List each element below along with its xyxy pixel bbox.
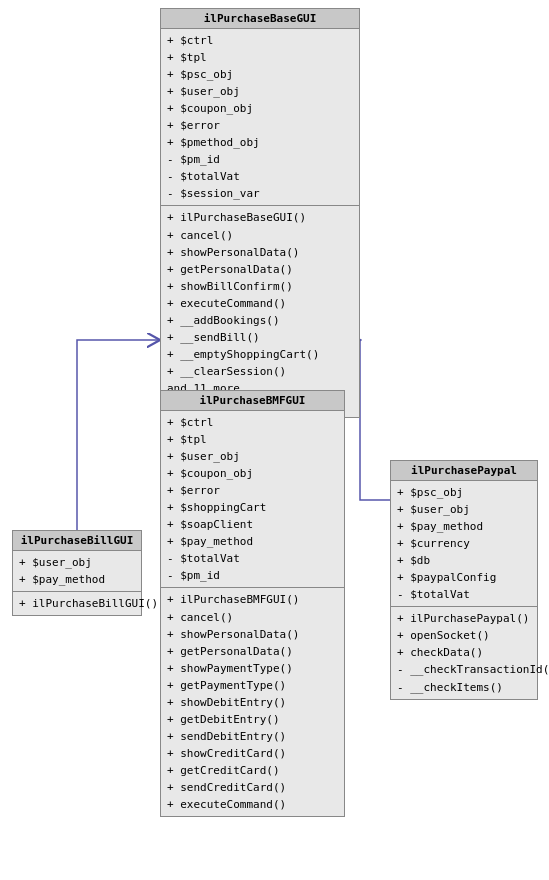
method-row: - __checkTransactionId() — [397, 661, 531, 678]
attr-row: + $psc_obj — [397, 484, 531, 501]
method-row: + cancel() — [167, 227, 353, 244]
method-row: + sendCreditCard() — [167, 779, 338, 796]
header-ilPurchaseBMFGUI: ilPurchaseBMFGUI — [161, 391, 344, 411]
attr-row: + $currency — [397, 535, 531, 552]
method-row: + getPersonalData() — [167, 643, 338, 660]
method-row: + ilPurchaseBaseGUI() — [167, 209, 353, 226]
method-row: + __sendBill() — [167, 329, 353, 346]
attr-row: + $tpl — [167, 431, 338, 448]
attr-row: + $pmethod_obj — [167, 134, 353, 151]
attr-row: + $db — [397, 552, 531, 569]
method-row: + showDebitEntry() — [167, 694, 338, 711]
attr-row: - $pm_id — [167, 567, 338, 584]
attr-row: - $totalVat — [167, 550, 338, 567]
header-ilPurchaseBillGUI: ilPurchaseBillGUI — [13, 531, 141, 551]
method-row: + checkData() — [397, 644, 531, 661]
attr-row: - $totalVat — [167, 168, 353, 185]
attr-row: - $totalVat — [397, 586, 531, 603]
box-ilPurchaseBillGUI: ilPurchaseBillGUI + $user_obj + $pay_met… — [12, 530, 142, 616]
header-ilPurchaseBaseGUI: ilPurchaseBaseGUI — [161, 9, 359, 29]
attributes-ilPurchaseBillGUI: + $user_obj + $pay_method — [13, 551, 141, 592]
attr-row: + $coupon_obj — [167, 465, 338, 482]
attr-row: + $user_obj — [167, 83, 353, 100]
method-row: + showBillConfirm() — [167, 278, 353, 295]
method-row: + showPersonalData() — [167, 244, 353, 261]
method-row: + getPersonalData() — [167, 261, 353, 278]
methods-ilPurchaseBillGUI: + ilPurchaseBillGUI() — [13, 592, 141, 615]
box-ilPurchaseBaseGUI: ilPurchaseBaseGUI + $ctrl + $tpl + $psc_… — [160, 8, 360, 418]
diagram-container: ilPurchaseBaseGUI + $ctrl + $tpl + $psc_… — [0, 0, 549, 880]
attributes-ilPurchaseBaseGUI: + $ctrl + $tpl + $psc_obj + $user_obj + … — [161, 29, 359, 206]
attr-row: + $user_obj — [19, 554, 135, 571]
method-row: + ilPurchaseBillGUI() — [19, 595, 135, 612]
attr-row: + $user_obj — [397, 501, 531, 518]
attr-row: + $ctrl — [167, 414, 338, 431]
attr-row: + $pay_method — [19, 571, 135, 588]
method-row: + showPaymentType() — [167, 660, 338, 677]
methods-ilPurchaseBMFGUI: + ilPurchaseBMFGUI() + cancel() + showPe… — [161, 588, 344, 816]
attr-row: + $pay_method — [167, 533, 338, 550]
attr-row: + $ctrl — [167, 32, 353, 49]
method-row: + openSocket() — [397, 627, 531, 644]
method-row: + getCreditCard() — [167, 762, 338, 779]
attr-row: + $soapClient — [167, 516, 338, 533]
attr-row: - $session_var — [167, 185, 353, 202]
box-ilPurchaseBMFGUI: ilPurchaseBMFGUI + $ctrl + $tpl + $user_… — [160, 390, 345, 817]
attributes-ilPurchaseBMFGUI: + $ctrl + $tpl + $user_obj + $coupon_obj… — [161, 411, 344, 588]
method-row: + showPersonalData() — [167, 626, 338, 643]
method-row: + __clearSession() — [167, 363, 353, 380]
attributes-ilPurchasePaypal: + $psc_obj + $user_obj + $pay_method + $… — [391, 481, 537, 607]
attr-row: + $coupon_obj — [167, 100, 353, 117]
method-row: + showCreditCard() — [167, 745, 338, 762]
method-row: + executeCommand() — [167, 295, 353, 312]
method-row: + getDebitEntry() — [167, 711, 338, 728]
method-row: + ilPurchasePaypal() — [397, 610, 531, 627]
method-row: - __checkItems() — [397, 679, 531, 696]
attr-row: + $shoppingCart — [167, 499, 338, 516]
method-row: + sendDebitEntry() — [167, 728, 338, 745]
method-row: + __emptyShoppingCart() — [167, 346, 353, 363]
method-row: + cancel() — [167, 609, 338, 626]
box-ilPurchasePaypal: ilPurchasePaypal + $psc_obj + $user_obj … — [390, 460, 538, 700]
method-row: + getPaymentType() — [167, 677, 338, 694]
attr-row: + $tpl — [167, 49, 353, 66]
attr-row: + $error — [167, 117, 353, 134]
attr-row: + $paypalConfig — [397, 569, 531, 586]
attr-row: + $error — [167, 482, 338, 499]
header-ilPurchasePaypal: ilPurchasePaypal — [391, 461, 537, 481]
attr-row: + $psc_obj — [167, 66, 353, 83]
attr-row: + $user_obj — [167, 448, 338, 465]
method-row: + executeCommand() — [167, 796, 338, 813]
method-row: + __addBookings() — [167, 312, 353, 329]
attr-row: - $pm_id — [167, 151, 353, 168]
methods-ilPurchasePaypal: + ilPurchasePaypal() + openSocket() + ch… — [391, 607, 537, 698]
method-row: + ilPurchaseBMFGUI() — [167, 591, 338, 608]
attr-row: + $pay_method — [397, 518, 531, 535]
methods-ilPurchaseBaseGUI: + ilPurchaseBaseGUI() + cancel() + showP… — [161, 206, 359, 417]
